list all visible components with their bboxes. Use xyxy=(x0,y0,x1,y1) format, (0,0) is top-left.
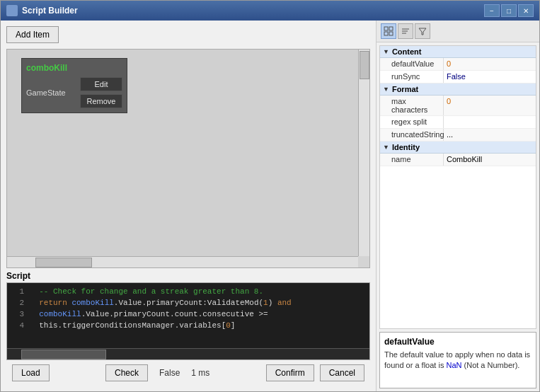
cancel-button[interactable]: Cancel xyxy=(320,364,364,381)
remove-button[interactable]: Remove xyxy=(80,94,122,108)
check-button[interactable]: Check xyxy=(105,364,148,381)
prop-key-regexsplit: regex split xyxy=(380,116,444,128)
node-block: comboKill GameState Edit Remove xyxy=(21,58,127,113)
prop-row-maxchars: max characters 0 xyxy=(380,96,536,116)
script-code: -- Check for change and a streak greater… xyxy=(30,286,263,297)
add-item-button[interactable]: Add Item xyxy=(6,26,59,43)
canvas-hscroll-thumb[interactable] xyxy=(35,258,92,267)
script-label: Script xyxy=(6,271,370,281)
canvas-vscroll-thumb[interactable] xyxy=(360,51,369,79)
desc-text: The default value to apply when no data … xyxy=(384,350,532,371)
prop-val-runsync: False xyxy=(444,71,536,83)
prop-row-truncated: truncatedString ... xyxy=(380,129,536,142)
prop-section-format-label: Format xyxy=(392,85,418,93)
prop-key-defaultvalue: defaultValue xyxy=(380,58,444,70)
sort-icon xyxy=(401,26,410,36)
canvas-vscroll[interactable] xyxy=(358,50,369,256)
prop-section-format: ▼ Format max characters 0 regex split tr… xyxy=(380,83,536,142)
canvas-hscroll[interactable] xyxy=(7,256,358,267)
prop-section-content-label: Content xyxy=(392,47,422,56)
desc-title: defaultValue xyxy=(384,337,532,347)
script-code: .Value.primaryCount.count.consecutive >= xyxy=(81,309,268,320)
prop-key-maxchars: max characters xyxy=(380,96,444,115)
status-false: False xyxy=(159,368,180,378)
property-tree: ▼ Content defaultValue 0 runSync False xyxy=(379,45,536,329)
script-line: 1 -- Check for change and a streak great… xyxy=(30,286,367,297)
svg-marker-7 xyxy=(419,28,426,35)
collapse-icon: ▼ xyxy=(383,144,389,151)
bottom-bar: Load Check False 1 ms Confirm Cancel xyxy=(6,360,370,386)
prop-val-truncated: ... xyxy=(444,129,536,141)
grid-icon xyxy=(384,26,393,36)
description-area: defaultValue The default value to apply … xyxy=(379,332,536,388)
right-panel: ▼ Content defaultValue 0 runSync False xyxy=(377,21,539,391)
prop-val-maxchars: 0 xyxy=(444,96,536,115)
minimize-button[interactable]: − xyxy=(484,4,500,17)
script-hscroll-thumb[interactable] xyxy=(21,350,106,359)
collapse-icon: ▼ xyxy=(383,48,389,55)
prop-row-name: name ComboKill xyxy=(380,154,536,166)
node-label: GameState xyxy=(26,88,74,97)
prop-tool-grid-button[interactable] xyxy=(381,23,396,39)
status-area: Check False 1 ms xyxy=(55,364,260,381)
main-content: Add Item comboKill GameState Edit Remove xyxy=(1,21,539,391)
status-time: 1 ms xyxy=(191,368,209,378)
toolbar: Add Item xyxy=(6,26,370,43)
desc-highlight: NaN xyxy=(446,361,461,369)
node-buttons: Edit Remove xyxy=(80,77,122,108)
node-title: comboKill xyxy=(26,63,122,73)
prop-section-content: ▼ Content defaultValue 0 runSync False xyxy=(380,46,536,83)
prop-section-identity-header[interactable]: ▼ Identity xyxy=(380,142,536,154)
check-button-wrapper: Check xyxy=(105,364,148,381)
left-panel: Add Item comboKill GameState Edit Remove xyxy=(1,21,377,391)
script-code: this.triggerConditionsManager.variables[… xyxy=(30,320,235,331)
edit-button[interactable]: Edit xyxy=(80,77,122,91)
line-number: 4 xyxy=(7,320,27,331)
script-code: return comboKill.Value.primaryCount:Vali… xyxy=(30,297,292,309)
confirm-button[interactable]: Confirm xyxy=(266,364,314,381)
prop-tool-filter-button[interactable] xyxy=(415,23,430,39)
window-title: Script Builder xyxy=(22,6,484,16)
svg-rect-2 xyxy=(384,32,388,35)
line-number: 2 xyxy=(7,297,27,309)
script-line: 2 return comboKill.Value.primaryCount:Va… xyxy=(30,297,367,309)
script-line: 4 this.triggerConditionsManager.variable… xyxy=(30,320,367,331)
svg-rect-0 xyxy=(384,27,388,30)
close-button[interactable]: ✕ xyxy=(518,4,534,17)
prop-tool-sort-button[interactable] xyxy=(398,23,413,39)
script-code: comboKill xyxy=(30,309,81,320)
prop-section-identity: ▼ Identity name ComboKill xyxy=(380,142,536,166)
prop-val-regexsplit xyxy=(444,116,536,128)
load-button[interactable]: Load xyxy=(12,364,50,381)
line-number: 3 xyxy=(7,309,27,320)
collapse-icon: ▼ xyxy=(383,86,389,93)
prop-section-content-header[interactable]: ▼ Content xyxy=(380,46,536,58)
prop-key-truncated: truncatedString xyxy=(380,129,444,141)
title-bar: Script Builder − □ ✕ xyxy=(1,1,539,21)
prop-row-defaultvalue: defaultValue 0 xyxy=(380,58,536,71)
canvas-area: comboKill GameState Edit Remove xyxy=(6,49,370,268)
window-icon xyxy=(6,5,18,16)
property-toolbar xyxy=(377,21,539,42)
prop-row-regexsplit: regex split xyxy=(380,116,536,129)
svg-rect-3 xyxy=(389,32,393,35)
script-line: 3 comboKill.Value.primaryCount.count.con… xyxy=(30,309,367,320)
node-body: GameState Edit Remove xyxy=(26,77,122,108)
script-area: 1 -- Check for change and a streak great… xyxy=(6,282,370,360)
prop-val-defaultvalue: 0 xyxy=(444,58,536,70)
prop-section-identity-label: Identity xyxy=(392,143,420,151)
prop-val-name: ComboKill xyxy=(444,154,536,166)
prop-key-name: name xyxy=(380,154,444,166)
svg-rect-1 xyxy=(389,27,393,30)
prop-section-format-header[interactable]: ▼ Format xyxy=(380,83,536,96)
filter-icon xyxy=(418,26,427,36)
window-controls: − □ ✕ xyxy=(484,4,534,17)
prop-key-runsync: runSync xyxy=(380,71,444,83)
maximize-button[interactable]: □ xyxy=(501,4,517,17)
line-number: 1 xyxy=(7,286,27,297)
prop-row-runsync: runSync False xyxy=(380,71,536,83)
scroll-corner xyxy=(358,256,369,267)
script-content: 1 -- Check for change and a streak great… xyxy=(7,283,369,334)
script-hscroll[interactable] xyxy=(7,348,369,359)
script-builder-window: Script Builder − □ ✕ Add Item comboKill … xyxy=(0,0,540,392)
